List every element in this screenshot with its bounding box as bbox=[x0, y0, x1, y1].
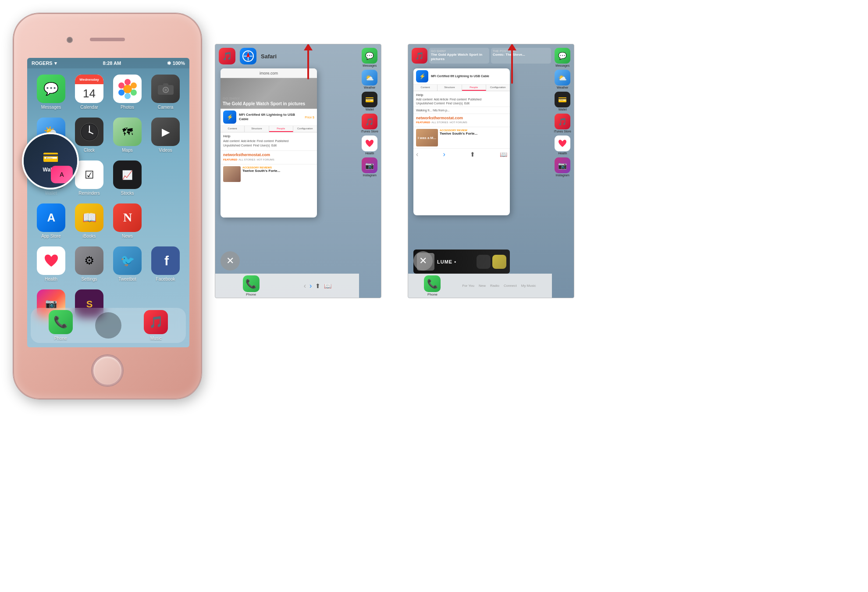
panel1-share-btn[interactable]: ⬆ bbox=[315, 282, 320, 289]
reminders-icon[interactable]: ☑ bbox=[75, 160, 103, 189]
panel2-music-icon[interactable]: 🎵 bbox=[412, 48, 427, 64]
app-settings[interactable]: ⚙ Settings bbox=[72, 246, 106, 282]
clock-icon[interactable] bbox=[75, 118, 103, 146]
panel1-url-text: imore.com bbox=[260, 71, 278, 75]
panel1-bottom-dock: 📞 Phone ‹ › ⬆ 📖 bbox=[215, 274, 359, 298]
settings-label: Settings bbox=[81, 277, 97, 282]
panel1-accessory-title: Twelve South's Forte... bbox=[242, 169, 280, 173]
panel1-right-itunes[interactable]: 🎵 bbox=[362, 114, 377, 129]
calendar-label: Calendar bbox=[80, 105, 98, 110]
panel1-right-messages[interactable]: 💬 bbox=[362, 48, 377, 64]
iphone-screen[interactable]: ROGERS ▾ 8:28 AM ✱ 100% 💬 Messages bbox=[27, 58, 189, 347]
app-facebook[interactable]: f Facebook bbox=[149, 246, 182, 282]
panel1-add-content: Add content bbox=[223, 139, 239, 143]
multitask-panel-1[interactable]: 🎵 Safari 💬 Messages ⛅ Weather bbox=[215, 44, 381, 298]
panel2-walking-section: Walking fr... hits from p... bbox=[413, 107, 510, 114]
dock-music-label: Music bbox=[150, 336, 162, 341]
panel2-dock-phone-icon[interactable]: 📞 bbox=[424, 275, 441, 292]
settings-icon[interactable]: ⚙ bbox=[75, 246, 103, 275]
panel1-browser-controls: ‹ › ⬆ 📖 bbox=[304, 282, 332, 290]
app-clock[interactable]: Clock bbox=[72, 118, 106, 153]
panel1-product-info: MFi Certified 6ft Lightning to USB Cable bbox=[239, 113, 302, 121]
app-camera[interactable]: Camera bbox=[149, 75, 182, 110]
panel2-ctrl-new: New bbox=[479, 284, 486, 288]
panel1-right-health[interactable] bbox=[362, 136, 377, 151]
panel2-back-btn[interactable]: ‹ bbox=[416, 150, 418, 158]
panel1-close-button[interactable]: ✕ bbox=[221, 251, 240, 271]
app-messages[interactable]: 💬 Messages bbox=[34, 75, 68, 110]
camera-icon[interactable] bbox=[151, 75, 180, 103]
panel2-right-wallet[interactable]: 💳 bbox=[555, 92, 570, 107]
panel2-article1-title: The Gold Apple Watch Sport in pictures bbox=[431, 53, 487, 61]
panel1-bookmarks-btn[interactable]: 📖 bbox=[324, 282, 331, 289]
home-button[interactable] bbox=[92, 355, 123, 386]
panel2-dock-phone[interactable]: 📞 Phone bbox=[424, 275, 441, 296]
panel2-right-itunes[interactable]: 🎵 bbox=[555, 114, 570, 129]
news-icon[interactable]: N bbox=[113, 203, 142, 232]
app-appstore[interactable]: A App Store bbox=[34, 203, 68, 239]
panel2-right-weather[interactable]: ⛅ bbox=[555, 70, 570, 86]
app-tweetbot[interactable]: 🐦 Tweetbot bbox=[110, 246, 144, 282]
panel1-website-nav: Content Structure People Configuration bbox=[221, 126, 317, 132]
panel1-imore-card: imore.com GO SHINY The Gold Apple Watch … bbox=[221, 68, 317, 218]
panel2-nav-structure: Structure bbox=[438, 85, 462, 91]
app-news[interactable]: N News bbox=[110, 203, 144, 239]
panel2-close-button[interactable]: ✕ bbox=[413, 251, 433, 271]
panel1-dock-phone-icon[interactable]: 📞 bbox=[243, 275, 260, 292]
appstore-icon[interactable]: A bbox=[37, 203, 65, 232]
speaker bbox=[90, 38, 125, 41]
panel2-right-messages[interactable]: 💬 bbox=[555, 48, 570, 64]
health-icon[interactable] bbox=[37, 246, 65, 275]
panel1-dock-phone[interactable]: 📞 Phone bbox=[243, 275, 260, 296]
calendar-icon[interactable]: Wednesday 14 bbox=[75, 75, 103, 103]
panel1-forward-btn[interactable]: › bbox=[309, 282, 312, 290]
panel1-right-wallet[interactable]: 💳 bbox=[362, 92, 377, 107]
panel2-share-btn[interactable]: ⬆ bbox=[470, 151, 475, 158]
dock-music[interactable]: 🎵 Music bbox=[144, 310, 168, 341]
app-calendar[interactable]: Wednesday 14 Calendar bbox=[72, 75, 106, 110]
panel2-walking-text: Walking fr... hits from p... bbox=[416, 109, 507, 112]
app-health[interactable]: Health bbox=[34, 246, 68, 282]
panel2-right-wallet-label: Wallet bbox=[559, 108, 567, 111]
panel2-music-app[interactable]: 🎵 bbox=[412, 48, 427, 64]
app-photos[interactable]: Photos bbox=[110, 75, 144, 110]
panel2-right-health[interactable] bbox=[555, 136, 570, 151]
ibooks-icon[interactable]: 📖 bbox=[75, 203, 103, 232]
svg-point-10 bbox=[164, 89, 167, 91]
panel1-nav-structure: Structure bbox=[245, 126, 269, 132]
panel1-help-label: Help bbox=[223, 134, 314, 138]
maps-icon[interactable]: 🗺 bbox=[113, 118, 142, 146]
panel1-music-app[interactable]: 🎵 bbox=[219, 48, 235, 64]
panel2-article-thumb: I was a M... bbox=[416, 129, 438, 146]
panel2-forward-btn[interactable]: › bbox=[443, 150, 445, 158]
panel1-right-weather[interactable]: ⛅ bbox=[362, 70, 377, 86]
videos-icon[interactable]: ▶ bbox=[151, 118, 180, 146]
photos-icon[interactable] bbox=[113, 75, 142, 103]
panel1-right-instagram[interactable]: 📷 bbox=[362, 157, 377, 173]
panel1-back-btn[interactable]: ‹ bbox=[304, 282, 306, 290]
panel1-tab-forums: HOT FORUMS bbox=[257, 158, 274, 161]
facebook-icon[interactable]: f bbox=[151, 246, 180, 275]
panel1-safari-icon[interactable] bbox=[240, 48, 256, 64]
panel2-right-instagram[interactable]: 📷 bbox=[555, 157, 570, 173]
stocks-icon[interactable]: 📈 bbox=[113, 160, 142, 189]
app-maps[interactable]: 🗺 Maps bbox=[110, 118, 144, 153]
panel1-music-icon[interactable]: 🎵 bbox=[219, 48, 235, 64]
tweetbot-icon[interactable]: 🐦 bbox=[113, 246, 142, 275]
app-videos[interactable]: ▶ Videos bbox=[149, 118, 182, 153]
panel1-thermostat-section: networksthermostat.com FEATURED ALL STOR… bbox=[221, 150, 317, 164]
dock-music-icon[interactable]: 🎵 bbox=[144, 310, 168, 334]
panel2-bookmarks-btn[interactable]: 📖 bbox=[500, 151, 507, 158]
panel1-source: GO SHINY bbox=[223, 96, 240, 100]
app-ibooks[interactable]: 📖 iBooks bbox=[72, 203, 106, 239]
camera-label: Camera bbox=[158, 105, 174, 110]
messages-icon[interactable]: 💬 bbox=[37, 75, 65, 103]
dock-phone-icon[interactable]: 📞 bbox=[49, 310, 73, 334]
multitask-panel-2[interactable]: 🎵 GO SHINY The Gold Apple Watch Sport in… bbox=[408, 44, 574, 298]
panel2-accessory-title: Twelve South's Forte... bbox=[440, 132, 477, 136]
dock-phone[interactable]: 📞 Phone bbox=[49, 310, 73, 341]
panel1-right-icons: 💬 Messages ⛅ Weather 💳 Wallet 🎵 iTunes S… bbox=[361, 48, 378, 177]
panel1-safari-app[interactable] bbox=[240, 48, 256, 64]
app-stocks[interactable]: 📈 Stocks bbox=[110, 160, 144, 196]
panel1-nav-content: Content bbox=[221, 126, 245, 132]
